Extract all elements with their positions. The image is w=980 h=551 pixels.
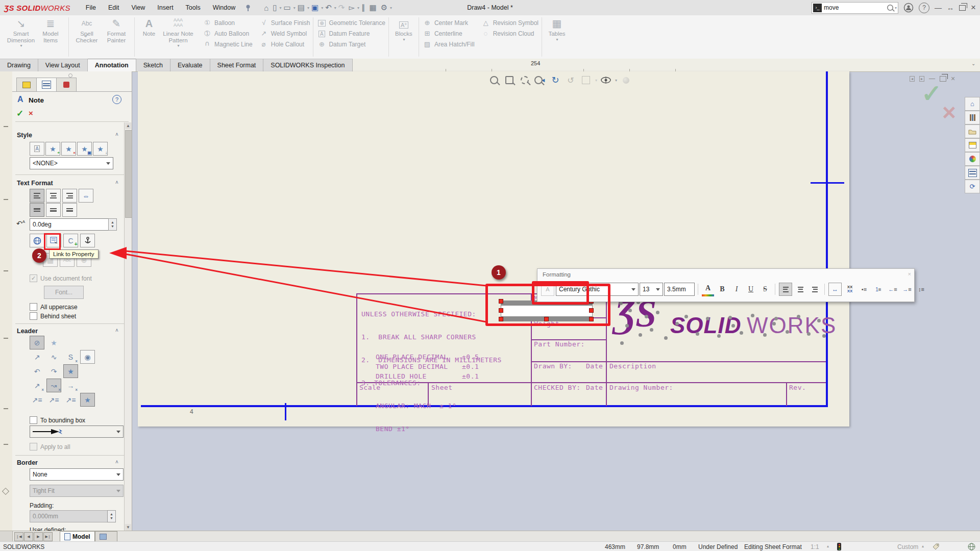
- search-icon[interactable]: [887, 5, 893, 11]
- display-style-caret-icon[interactable]: ▾: [595, 78, 597, 83]
- strikethrough-button[interactable]: S: [759, 283, 771, 295]
- scale-caret-icon[interactable]: ▴: [827, 544, 829, 548]
- restore-button[interactable]: [959, 5, 966, 11]
- doc-next-icon[interactable]: ▸: [919, 76, 924, 82]
- blocks-button[interactable]: A° Blocks ▾: [392, 17, 415, 57]
- bullet-list-button[interactable]: •≡: [858, 283, 870, 295]
- options-gear-icon[interactable]: ⚙: [381, 3, 387, 12]
- print-icon[interactable]: ▣: [311, 3, 318, 12]
- align-center-button[interactable]: [46, 189, 61, 203]
- tolerance-row-value[interactable]: ±0.1: [462, 363, 479, 370]
- style-save-favorite-button[interactable]: ★▣: [77, 142, 92, 156]
- padding-spinner[interactable]: ▲▼: [107, 510, 116, 522]
- angle-spinner[interactable]: ▲▼: [108, 218, 117, 231]
- rev-label[interactable]: Rev.: [789, 384, 806, 391]
- underline-button[interactable]: U: [745, 283, 757, 295]
- search-caret-icon[interactable]: ▾: [895, 6, 897, 10]
- model-items-button[interactable]: ≣ Model Items: [36, 17, 65, 57]
- drawn-date-label[interactable]: Date: [586, 362, 603, 370]
- leader-apply-nearest-button[interactable]: ★: [80, 393, 95, 407]
- confirm-cancel-icon[interactable]: ×: [942, 98, 956, 126]
- behind-sheet-checkbox[interactable]: [30, 312, 37, 320]
- taskpane-home-icon[interactable]: ⌂: [965, 97, 980, 111]
- indent-button[interactable]: →≡: [901, 283, 913, 295]
- style-load-favorite-button[interactable]: ★↓: [93, 142, 108, 156]
- taskpane-sync-icon[interactable]: ⟳: [965, 180, 980, 193]
- weld-symbol-button[interactable]: ↗Weld Symbol: [259, 28, 310, 39]
- search-input[interactable]: move: [824, 4, 839, 11]
- scale-label[interactable]: Scale: [359, 384, 381, 391]
- next-sheet-icon[interactable]: ▶: [34, 532, 43, 541]
- select-caret-icon[interactable]: ▾: [357, 6, 359, 10]
- hide-show-items-icon[interactable]: [599, 74, 612, 86]
- tables-caret-icon[interactable]: ▾: [556, 37, 558, 42]
- align-bottom-button[interactable]: [62, 203, 77, 217]
- leader-x-bent-button[interactable]: ↝x: [46, 379, 61, 392]
- tolerance-row-label[interactable]: TWO PLACE DECIMAL: [376, 363, 448, 370]
- menu-window[interactable]: Window: [207, 0, 241, 15]
- style-delete-favorite-button[interactable]: ★×: [61, 142, 76, 156]
- drawn-by-label[interactable]: Drawn BY:: [534, 362, 572, 370]
- minimize-button[interactable]: —: [935, 4, 942, 12]
- tables-button[interactable]: ▦ Tables ▾: [545, 17, 569, 57]
- text-height-input[interactable]: 3.5mm: [664, 283, 695, 296]
- leader-justify-left-button[interactable]: ↗≡: [30, 393, 44, 407]
- redo-icon[interactable]: ↷: [338, 3, 345, 12]
- first-sheet-icon[interactable]: ❘◀: [14, 532, 23, 541]
- add-symbol-button[interactable]: C+: [63, 234, 78, 247]
- titleblock-logo[interactable]: ƷS SOLID WORKS: [615, 298, 824, 355]
- magnetic-line-button[interactable]: ∪Magnetic Line: [202, 39, 253, 49]
- outdent-button[interactable]: ←≡: [887, 283, 899, 295]
- border-section-header[interactable]: Border: [17, 459, 38, 466]
- text-format-section-header[interactable]: Text Format: [17, 180, 53, 187]
- cancel-x-button[interactable]: ×: [29, 109, 33, 117]
- text-align-center-button[interactable]: [794, 283, 806, 295]
- zoom-to-area-icon[interactable]: [503, 74, 516, 86]
- scroll-down-icon[interactable]: ▼: [125, 524, 131, 531]
- arrow-style-dropdown[interactable]: [30, 425, 124, 438]
- doc-minimize-icon[interactable]: —: [929, 75, 935, 82]
- font-color-button[interactable]: A: [702, 282, 714, 296]
- insert-hyperlink-button[interactable]: [30, 234, 44, 247]
- doc-restore-icon[interactable]: [940, 76, 946, 82]
- ok-check-button[interactable]: ✓: [16, 108, 23, 119]
- select-icon[interactable]: ▻: [349, 3, 355, 12]
- panel-scrollbar[interactable]: ▲ ▼: [124, 122, 132, 531]
- 3d-drawing-view-icon[interactable]: ↺: [564, 74, 577, 86]
- doc-close-icon[interactable]: ×: [951, 74, 955, 83]
- model-tab[interactable]: Model: [60, 531, 95, 542]
- centerline-button[interactable]: ⊞Centerline: [422, 28, 475, 39]
- tab-sketch[interactable]: Sketch: [136, 59, 170, 71]
- style-add-favorite-button[interactable]: ★+: [45, 142, 60, 156]
- line-spacing-button[interactable]: ↕≡: [915, 283, 927, 295]
- options-caret-icon[interactable]: ▾: [390, 6, 392, 10]
- previous-sheet-icon[interactable]: ◀: [24, 532, 33, 541]
- italic-button[interactable]: I: [730, 283, 743, 295]
- smart-dimension-caret-icon[interactable]: ▾: [20, 43, 22, 48]
- center-mark-button[interactable]: ⊕Center Mark: [422, 17, 475, 28]
- text-align-right-button[interactable]: [808, 283, 821, 295]
- surface-finish-button[interactable]: √Surface Finish: [259, 17, 310, 28]
- all-uppercase-checkbox[interactable]: [30, 303, 37, 311]
- use-document-font-checkbox[interactable]: ✓: [30, 274, 37, 282]
- help-icon[interactable]: ?: [919, 3, 929, 13]
- leader-curve-right-button[interactable]: ↷: [46, 364, 61, 378]
- number-list-button[interactable]: 1≡: [872, 283, 885, 295]
- save-caret-icon[interactable]: ▾: [307, 6, 309, 10]
- panel-help-icon[interactable]: ?: [112, 95, 121, 104]
- spell-checker-button[interactable]: Abc✓ Spell Checker: [72, 17, 102, 57]
- close-button[interactable]: ×: [971, 3, 976, 13]
- leader-underlined-button[interactable]: Sx: [63, 350, 78, 364]
- general-notes[interactable]: UNLESS OTHERWISE SPECIFIED: 1. BREAK ALL…: [361, 295, 502, 448]
- style-dropdown[interactable]: <NONE>: [30, 157, 113, 169]
- tag-icon[interactable]: [932, 543, 940, 551]
- previous-view-icon[interactable]: ◄: [533, 74, 547, 86]
- datum-feature-button[interactable]: ADatum Feature: [316, 28, 385, 39]
- undo-icon[interactable]: ↶: [325, 3, 332, 12]
- tolerance-row-label[interactable]: DRILLED HOLE: [376, 372, 427, 380]
- fit-text-button[interactable]: ↔: [828, 283, 842, 296]
- tab-solidworks-inspection[interactable]: SOLIDWORKS Inspection: [263, 59, 352, 71]
- font-size-select[interactable]: 13: [640, 283, 663, 296]
- tab-view-layout[interactable]: View Layout: [38, 59, 88, 71]
- hole-callout-button[interactable]: ⌀Hole Callout: [259, 39, 310, 49]
